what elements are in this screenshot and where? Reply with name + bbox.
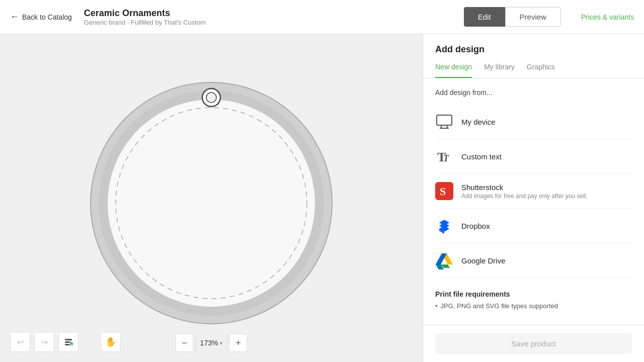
source-custom-text-info: Custom text <box>461 152 632 161</box>
source-dropbox-name: Dropbox <box>461 222 632 230</box>
panel-title: Add design <box>435 44 632 55</box>
product-title: Ceramic Ornaments <box>84 8 464 19</box>
preview-tab[interactable]: Preview <box>505 7 561 27</box>
svg-point-5 <box>206 93 216 103</box>
monitor-icon <box>435 113 453 131</box>
source-dropbox[interactable]: Dropbox <box>435 209 632 243</box>
source-custom-text-name: Custom text <box>461 152 632 161</box>
save-product-button[interactable]: Save product <box>435 333 632 354</box>
zoom-controls: − 173% ▾ + <box>176 334 248 352</box>
panel-header: Add design New design My library Graphic… <box>423 34 644 78</box>
back-label: Back to Catalog <box>22 13 72 21</box>
source-shutterstock-info: Shutterstock Add images for free and pay… <box>461 183 632 200</box>
canvas-area: ↩ ↪ + ✋ − 173% ▾ <box>0 34 423 362</box>
source-shutterstock-desc: Add images for free and pay only after y… <box>461 193 632 200</box>
product-info: Ceramic Ornaments Generic brand · Fulfil… <box>84 8 464 26</box>
source-google-drive-info: Google Drive <box>461 256 632 265</box>
source-shutterstock[interactable]: S Shutterstock Add images for free and p… <box>435 174 632 209</box>
prices-variants-link[interactable]: Prices & variants <box>581 13 634 21</box>
svg-text:S: S <box>440 185 446 198</box>
source-google-drive[interactable]: Google Drive <box>435 243 632 278</box>
source-dropbox-info: Dropbox <box>461 222 632 230</box>
print-req-title: Print file requirements <box>435 290 632 298</box>
bottom-toolbar-left: ↩ ↪ + <box>10 332 78 352</box>
print-requirements: Print file requirements • JPG, PNG and S… <box>435 290 632 310</box>
source-google-drive-name: Google Drive <box>461 256 632 265</box>
bullet-icon: • <box>435 302 438 310</box>
hand-tool-button[interactable]: ✋ <box>101 332 121 352</box>
redo-button[interactable]: ↪ <box>34 332 54 352</box>
ornament-preview <box>80 67 342 329</box>
panel-body: Add design from... My device <box>423 78 644 325</box>
svg-rect-6 <box>65 339 72 340</box>
svg-rect-11 <box>437 115 452 125</box>
zoom-value: 173% <box>200 339 218 347</box>
dropbox-icon <box>435 217 453 235</box>
svg-text:T: T <box>443 153 449 163</box>
zoom-out-button[interactable]: − <box>176 334 194 352</box>
right-panel: Add design New design My library Graphic… <box>423 34 644 362</box>
tab-graphics[interactable]: Graphics <box>527 63 555 78</box>
print-req-item-1: • JPG, PNG and SVG file types supported <box>435 302 632 310</box>
source-custom-text[interactable]: T T Custom text <box>435 139 632 174</box>
shutterstock-icon: S <box>435 182 453 200</box>
product-subtitle: Generic brand · Fulfilled by That's Cust… <box>84 19 464 26</box>
add-from-label: Add design from... <box>435 88 632 97</box>
back-arrow-icon: ← <box>10 12 19 22</box>
source-my-device-info: My device <box>461 118 632 126</box>
hand-tool-container: ✋ <box>101 332 121 352</box>
google-drive-icon <box>435 251 453 269</box>
panel-footer: Save product <box>423 325 644 362</box>
text-icon: T T <box>435 147 453 165</box>
source-my-device-name: My device <box>461 118 632 126</box>
back-to-catalog-link[interactable]: ← Back to Catalog <box>10 12 72 22</box>
svg-text:+: + <box>71 343 73 346</box>
header-tabs: Edit Preview <box>464 7 561 27</box>
edit-tab[interactable]: Edit <box>464 7 505 27</box>
zoom-display[interactable]: 173% ▾ <box>196 334 227 352</box>
layers-button[interactable]: + <box>58 332 78 352</box>
source-my-device[interactable]: My device <box>435 105 632 139</box>
main-content: ↩ ↪ + ✋ − 173% ▾ <box>0 34 644 362</box>
tab-new-design[interactable]: New design <box>435 63 472 78</box>
undo-button[interactable]: ↩ <box>10 332 30 352</box>
print-req-text-1: JPG, PNG and SVG file types supported <box>441 302 558 310</box>
header: ← Back to Catalog Ceramic Ornaments Gene… <box>0 0 644 34</box>
panel-tabs: New design My library Graphics <box>435 63 632 78</box>
tab-my-library[interactable]: My library <box>484 63 515 78</box>
source-shutterstock-name: Shutterstock <box>461 183 632 192</box>
zoom-in-button[interactable]: + <box>229 334 247 352</box>
zoom-dropdown-icon: ▾ <box>220 340 222 346</box>
